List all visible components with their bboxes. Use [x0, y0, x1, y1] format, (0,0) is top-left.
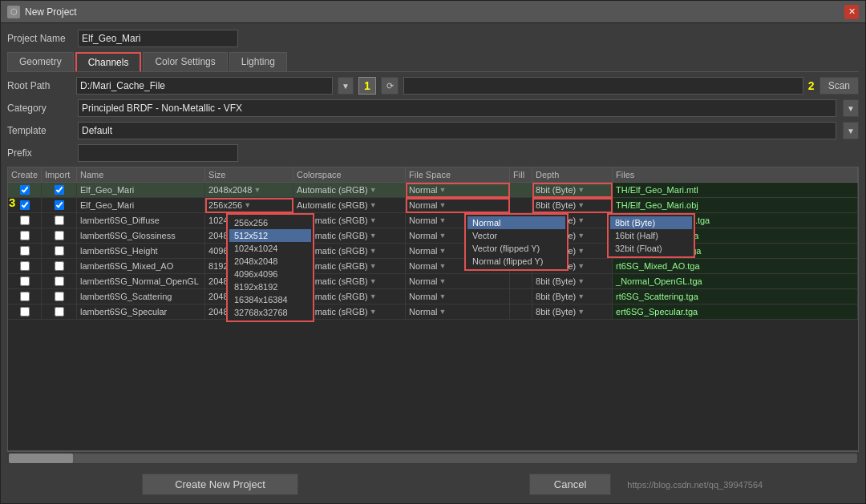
- close-button[interactable]: ✕: [844, 5, 859, 19]
- depth-cell: 8bit (Byte)▼: [532, 183, 613, 198]
- name-cell: Elf_Geo_Mari: [77, 183, 205, 198]
- import-checkbox[interactable]: [55, 200, 64, 210]
- size-option-16384[interactable]: 16384x16384: [229, 293, 311, 306]
- col-filespace: File Space: [406, 167, 510, 183]
- create-new-project-button[interactable]: Create New Project: [142, 474, 298, 495]
- fill-cell: [510, 289, 532, 304]
- size-option-8192[interactable]: 8192x8192: [229, 280, 311, 293]
- tab-lighting[interactable]: Lighting: [229, 52, 287, 71]
- category-label: Category: [7, 103, 71, 114]
- name-cell: lambert6SG_Glossiness: [77, 228, 205, 244]
- cancel-button[interactable]: Cancel: [529, 474, 611, 495]
- template-input[interactable]: [78, 122, 836, 139]
- title-bar: ⬡ New Project ✕: [1, 1, 865, 23]
- table-row: Elf_Geo_Mari 256x256▼ Automatic (sRGB)▼ …: [8, 198, 858, 213]
- import-checkbox[interactable]: [55, 246, 64, 256]
- import-cell: [42, 244, 77, 259]
- category-dropdown-arrow[interactable]: ▼: [843, 99, 859, 117]
- window-title: New Project: [25, 6, 77, 18]
- create-checkbox[interactable]: [20, 185, 30, 195]
- tabs-row: Geometry Channels Color Settings Lightin…: [7, 52, 859, 72]
- root-path-dropdown-arrow[interactable]: ▼: [338, 77, 354, 95]
- create-checkbox[interactable]: [20, 276, 30, 286]
- import-checkbox[interactable]: [55, 307, 64, 317]
- create-checkbox[interactable]: [20, 200, 30, 210]
- prefix-input[interactable]: [78, 144, 238, 162]
- project-name-input[interactable]: [78, 30, 238, 47]
- import-cell: [42, 213, 77, 228]
- colorspace-cell: Automatic (sRGB)▼: [293, 198, 406, 213]
- import-cell: [42, 289, 77, 304]
- fill-cell: [510, 198, 532, 213]
- create-checkbox[interactable]: [20, 216, 30, 225]
- create-checkbox[interactable]: [20, 261, 30, 271]
- scan-input[interactable]: [403, 77, 803, 95]
- tab-channels[interactable]: Channels: [75, 52, 142, 71]
- create-checkbox[interactable]: [20, 292, 30, 301]
- create-checkbox[interactable]: [20, 231, 30, 240]
- import-cell: [42, 228, 77, 244]
- table-row: lambert6SG_Mixed_AO 8192x8192▼ Automatic…: [8, 259, 858, 274]
- files-cell: TH/Elf_Geo_Mari.mtl: [613, 183, 858, 198]
- table-row: lambert6SG_Height 4096x4096▼ Automatic (…: [8, 244, 858, 259]
- import-checkbox[interactable]: [55, 185, 64, 195]
- tab-color-settings[interactable]: Color Settings: [143, 52, 227, 71]
- footer-row: Create New Project Cancel https://blog.c…: [7, 469, 859, 497]
- depth-cell: 8bit (Byte)▼: [532, 198, 613, 213]
- filespace-option-normal-flipped[interactable]: Normal (flipped Y): [467, 255, 565, 268]
- filespace-option-vector[interactable]: Vector: [467, 229, 565, 242]
- depth-option-32bit[interactable]: 32bit (Float): [610, 242, 692, 255]
- filespace-option-vector-flipped[interactable]: Vector (flipped Y): [467, 242, 565, 255]
- colorspace-cell: Automatic (sRGB)▼: [293, 183, 406, 198]
- scrollbar-track[interactable]: [9, 454, 857, 463]
- create-checkbox[interactable]: [20, 246, 30, 256]
- import-checkbox[interactable]: [55, 216, 64, 225]
- size-option-32768[interactable]: 32768x32768: [229, 306, 311, 319]
- size-option-4096[interactable]: 4096x4096: [229, 268, 311, 280]
- size-cell: 2048x2048▼: [205, 183, 293, 198]
- horizontal-scrollbar[interactable]: [7, 451, 859, 464]
- template-row: Template ▼: [7, 122, 859, 139]
- badge-1: 1: [358, 77, 376, 95]
- size-option-2048[interactable]: 2048x2048: [229, 255, 311, 268]
- size-option-1024[interactable]: 1024x1024: [229, 242, 311, 255]
- import-checkbox[interactable]: [55, 261, 64, 271]
- import-cell: [42, 304, 77, 320]
- filespace-cell: Normal▼: [406, 183, 510, 198]
- root-path-input[interactable]: [76, 77, 333, 95]
- col-import: Import: [42, 167, 77, 183]
- files-cell: _Normal_OpenGL.tga: [613, 274, 858, 289]
- files-cell: TH/Elf_Geo_Mari.obj: [613, 198, 858, 213]
- create-cell: [8, 289, 42, 304]
- scrollbar-thumb[interactable]: [9, 454, 73, 463]
- scan-button[interactable]: Scan: [819, 77, 859, 95]
- fill-cell: [510, 183, 532, 198]
- depth-option-16bit[interactable]: 16bit (Half): [610, 229, 692, 242]
- size-option-256[interactable]: 256x256: [229, 216, 311, 229]
- create-cell: [8, 244, 42, 259]
- import-cell: [42, 259, 77, 274]
- template-dropdown-arrow[interactable]: ▼: [843, 122, 859, 139]
- size-option-512[interactable]: 512x512: [229, 229, 311, 242]
- badge-3: 3: [9, 196, 15, 209]
- files-cell: rt6SG_Mixed_AO.tga: [613, 259, 858, 274]
- table-row: lambert6SG_Diffuse 1024x1024▼ Automatic …: [8, 213, 858, 228]
- table-row: Elf_Geo_Mari 2048x2048▼ Automatic (sRGB)…: [8, 183, 858, 198]
- root-path-icon-btn[interactable]: ⟳: [381, 77, 399, 95]
- import-checkbox[interactable]: [55, 231, 64, 240]
- import-checkbox[interactable]: [55, 276, 64, 286]
- import-cell: [42, 198, 77, 213]
- create-checkbox[interactable]: [20, 307, 30, 317]
- col-size: Size: [205, 167, 293, 183]
- import-checkbox[interactable]: [55, 292, 64, 301]
- filespace-option-normal[interactable]: Normal: [467, 216, 565, 229]
- col-depth: Depth: [532, 167, 613, 183]
- watermark: https://blog.csdn.net/qq_39947564: [627, 480, 763, 490]
- category-input[interactable]: [78, 99, 836, 117]
- name-cell: lambert6SG_Specular: [77, 304, 205, 320]
- depth-option-8bit[interactable]: 8bit (Byte): [610, 216, 692, 229]
- tab-geometry[interactable]: Geometry: [7, 52, 74, 71]
- name-cell: lambert6SG_Height: [77, 244, 205, 259]
- col-create: Create: [8, 167, 42, 183]
- table-row: lambert6SG_Normal_OpenGL 2048x2048▼ Auto…: [8, 274, 858, 289]
